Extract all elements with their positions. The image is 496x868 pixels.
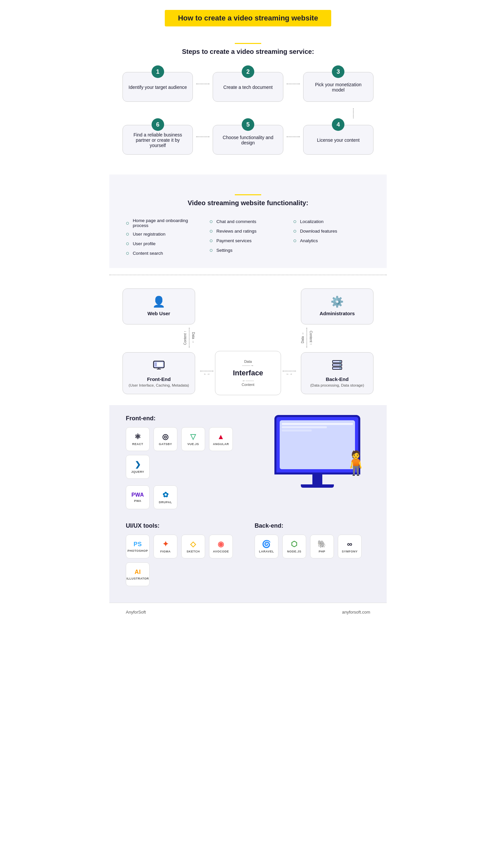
steps-row-1: 1 Identify your target audience 2 Create…: [123, 65, 373, 102]
func-label: User profile: [133, 241, 156, 246]
monitor-bar-1: [282, 423, 353, 425]
architecture-section: 👤 Web User ⚙️ Administrators Content ↑ D…: [109, 282, 387, 405]
arch-v-connector-left: Content ↑ Data →: [123, 328, 195, 348]
data-label-left: Data →: [191, 332, 195, 343]
tech-php: 🐘 PHP: [310, 535, 334, 559]
right-arrow-connector: ←→: [281, 371, 297, 376]
step-number-4: 4: [332, 118, 344, 131]
drupal-icon: ✿: [162, 491, 169, 499]
avocode-label: AVOCODE: [213, 550, 229, 553]
bullet-icon: ○: [293, 228, 297, 234]
backend-icon: [306, 359, 368, 374]
step-number-2: 2: [242, 65, 254, 78]
func-item-1-3: ○ User profile: [126, 239, 203, 248]
func-label: Settings: [216, 248, 232, 253]
gatsby-icon: ◎: [162, 432, 169, 441]
avocode-icon: ◉: [218, 540, 224, 548]
tech-jquery: ❯ JQUERY: [126, 455, 150, 479]
uiux-icons-grid: Ps PHOTOSHOP ✦ FIGMA ◇ SKETCH ◉ AVOCODE …: [126, 535, 242, 586]
pwa-label: PWA: [134, 499, 141, 503]
figma-label: FIGMA: [160, 550, 171, 553]
connector-4-5: [286, 136, 300, 137]
interface-label: Interface: [219, 369, 277, 377]
func-label: Content search: [133, 251, 163, 256]
tech-left: Front-end: ⚛ REACT ◎ GATSBY ▽ VUE.JS ▲ A…: [126, 415, 251, 516]
steps-section: Steps to create a video streaming servic…: [109, 43, 387, 168]
monitor-illustration: 🧍: [264, 415, 370, 488]
functionality-grid: ○ Home page and onboarding process ○ Use…: [126, 217, 370, 258]
page-title: How to create a video streaming website: [165, 10, 331, 27]
arch-wrapper: 👤 Web User ⚙️ Administrators Content ↑ D…: [123, 288, 373, 395]
func-item-2-1: ○ Chat and comments: [210, 217, 286, 226]
step-5: 5 Choose functionality and design: [213, 118, 283, 155]
tech-top-row: Front-end: ⚛ REACT ◎ GATSBY ▽ VUE.JS ▲ A…: [126, 415, 370, 516]
svg-rect-2: [155, 363, 157, 366]
connector-5-6: [196, 136, 210, 137]
monitor-base: [301, 484, 334, 488]
footer-left: AnyforSoft: [126, 610, 146, 614]
step-number-5: 5: [242, 118, 254, 131]
person-figure: 🧍: [341, 451, 370, 474]
content-label-right: Content ↑: [309, 331, 313, 345]
step-number-6: 6: [152, 118, 164, 131]
laravel-icon: 🌀: [262, 540, 271, 548]
func-item-1-2: ○ User registration: [126, 229, 203, 239]
illustrator-icon: Ai: [135, 569, 141, 576]
func-col-2: ○ Chat and comments ○ Reviews and rating…: [210, 217, 286, 258]
step-6: 6 Find a reliable business partner or cr…: [123, 118, 193, 155]
bullet-icon: ○: [210, 218, 213, 225]
func-item-2-4: ○ Settings: [210, 245, 286, 255]
backend-col: Back-end: 🌀 LARAVEL ⬡ NODE.JS 🐘 PHP ∞ SY…: [254, 522, 370, 593]
data-arrow-label: Data: [219, 360, 277, 364]
php-icon: 🐘: [317, 540, 327, 548]
sketch-label: SKETCH: [187, 550, 200, 553]
monitor-outer: 🧍: [275, 415, 360, 474]
bullet-icon: ○: [126, 250, 129, 257]
backend-box: Back-End (Data processing, Data storage): [301, 352, 373, 394]
bullet-icon: ○: [126, 231, 129, 238]
angular-label: ANGULAR: [213, 442, 229, 446]
uiux-heading: UI/UX tools:: [126, 522, 242, 529]
web-user-box: 👤 Web User: [123, 288, 195, 324]
tools-row: UI/UX tools: Ps PHOTOSHOP ✦ FIGMA ◇ SKET…: [126, 522, 370, 593]
func-label: Download features: [300, 229, 338, 233]
h-line-1-2: [196, 83, 210, 84]
svg-point-8: [340, 361, 341, 362]
frontend-tech-heading: Front-end:: [126, 415, 251, 422]
jquery-icon: ❯: [135, 460, 141, 469]
nodejs-label: NODE.JS: [287, 550, 301, 553]
photoshop-icon: Ps: [134, 541, 142, 548]
func-label: Analytics: [300, 238, 318, 243]
tech-react: ⚛ REACT: [126, 427, 150, 451]
tech-drupal: ✿ DRUPAL: [154, 485, 177, 509]
interface-box: Data ········→ Interface ←········ Conte…: [215, 351, 281, 395]
monitor-wrapper: 🧍: [275, 415, 360, 488]
interface-area: ←→ Data ········→ Interface ←········ Co…: [199, 351, 297, 395]
arch-v-connector-right: Data → Content ↑: [301, 328, 373, 348]
admin-box: ⚙️ Administrators: [301, 288, 373, 324]
header-section: How to create a video streaming website: [109, 0, 387, 33]
jquery-label: JQUERY: [131, 470, 144, 473]
backend-tech-heading: Back-end:: [254, 522, 370, 529]
tech-nodejs: ⬡ NODE.JS: [282, 535, 306, 559]
tech-figma: ✦ FIGMA: [154, 535, 177, 559]
func-label: Localization: [300, 219, 324, 224]
laravel-label: LARAVEL: [259, 550, 274, 553]
vert-conn-left: Content ↑ Data →: [183, 328, 195, 348]
vert-conn-right: Data → Content ↑: [301, 328, 313, 348]
tech-section: Front-end: ⚛ REACT ◎ GATSBY ▽ VUE.JS ▲ A…: [109, 405, 387, 603]
data-label-right: Data →: [301, 332, 305, 343]
admin-icon: ⚙️: [306, 295, 368, 308]
drupal-label: DRUPAL: [159, 501, 172, 504]
tech-sketch: ◇ SKETCH: [181, 535, 205, 559]
tech-pwa: PWA PWA: [126, 485, 150, 509]
step-number-3: 3: [332, 65, 344, 78]
func-label: Reviews and ratings: [216, 229, 257, 233]
vuejs-icon: ▽: [190, 432, 196, 441]
step-1: 1 Identify your target audience: [123, 65, 193, 102]
content-arrow-label: Content: [219, 383, 277, 386]
frontend-icons-grid: ⚛ REACT ◎ GATSBY ▽ VUE.JS ▲ ANGULAR ❯: [126, 427, 251, 479]
func-item-1-1: ○ Home page and onboarding process: [126, 217, 203, 229]
func-col-1: ○ Home page and onboarding process ○ Use…: [126, 217, 203, 258]
steps-heading: Steps to create a video streaming servic…: [123, 43, 373, 56]
